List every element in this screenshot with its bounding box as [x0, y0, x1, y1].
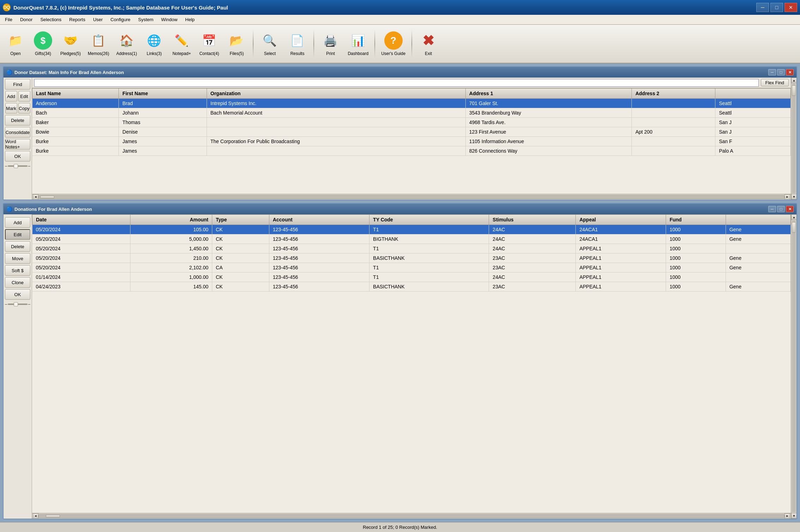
donations-scrollbar-track	[38, 514, 784, 518]
donor-table-row[interactable]: Burke James 826 Connections Way Palo A	[32, 146, 791, 156]
find-button[interactable]: Find	[5, 79, 30, 90]
donations-table-row[interactable]: 01/14/2024 1,000.00 CK 123-45-456 T1 24A…	[32, 273, 791, 282]
donations-zoom-slider[interactable]: ─ ─	[5, 302, 30, 306]
donor-table-row[interactable]: Baker Thomas 4968 Tardis Ave. San J	[32, 118, 791, 127]
scroll-left-arrow[interactable]: ◄	[33, 194, 38, 200]
delete-button[interactable]: Delete	[5, 115, 30, 126]
copy-button[interactable]: Copy	[18, 103, 30, 114]
donations-ok-button[interactable]: OK	[5, 289, 30, 300]
open-label: Open	[10, 51, 20, 56]
donations-maximize-button[interactable]: □	[777, 206, 785, 212]
ok-button[interactable]: OK	[5, 151, 30, 161]
edit-button[interactable]: Edit	[18, 91, 30, 102]
pledges-button[interactable]: 🤝 Pledges(5)	[58, 27, 83, 61]
menu-item-user[interactable]: User	[90, 16, 106, 23]
donations-minimize-button[interactable]: ─	[768, 206, 776, 212]
address-button[interactable]: 🏠 Address(1)	[114, 27, 140, 61]
toolbar-separator-4	[411, 30, 412, 58]
donor-find-bar: Flex Find	[32, 78, 791, 88]
donations-table-row[interactable]: 05/20/2024 5,000.00 CK 123-45-456 BIGTHA…	[32, 234, 791, 244]
donor-data-table[interactable]: Last Name First Name Organization Addres…	[32, 88, 791, 194]
status-text: Record 1 of 25; 0 Record(s) Marked.	[363, 525, 437, 530]
donations-table-row[interactable]: 05/20/2024 105.00 CK 123-45-456 T1 24AC …	[32, 225, 791, 234]
dashboard-button[interactable]: 📊 Dashboard	[345, 27, 371, 61]
zoom-slider[interactable]: ─ ─	[5, 164, 30, 168]
donations-scrollbar-h[interactable]: ◄ ►	[32, 513, 791, 519]
cell-organization: Intrepid Systems Inc.	[207, 99, 465, 108]
cell-address2: Apt 200	[632, 127, 715, 137]
donations-soft-button[interactable]: Soft $	[5, 265, 30, 276]
cell-amount: 1,450.00	[130, 244, 212, 253]
menu-item-selections[interactable]: Selections	[37, 16, 65, 23]
gifts-button[interactable]: $ Gifts(34)	[30, 27, 56, 61]
donations-table-row[interactable]: 05/20/2024 2,102.00 CA 123-45-456 T1 23A…	[32, 263, 791, 273]
print-label: Print	[326, 51, 335, 56]
donations-scroll-left[interactable]: ◄	[33, 513, 38, 519]
donor-table-row[interactable]: Anderson Brad Intrepid Systems Inc. 701 …	[32, 99, 791, 108]
scroll-down-arrow[interactable]: ▼	[791, 194, 796, 200]
word-notes-button[interactable]: Word Notes+	[5, 139, 30, 149]
open-button[interactable]: 📁 Open	[3, 27, 28, 61]
donations-delete-button[interactable]: Delete	[5, 241, 30, 252]
files-button[interactable]: 📂 Files(5)	[224, 27, 249, 61]
menu-item-configure[interactable]: Configure	[107, 16, 134, 23]
donations-scroll-down[interactable]: ▼	[791, 513, 796, 519]
cell-ty-code: BIGTHANK	[370, 234, 489, 244]
donor-scrollbar-h[interactable]: ◄ ►	[32, 194, 791, 200]
menu-item-file[interactable]: File	[1, 16, 16, 23]
close-button[interactable]: ✕	[784, 3, 797, 12]
cell-ty-code: T1	[370, 225, 489, 234]
mark-button[interactable]: Mark	[5, 103, 17, 114]
cell-address1: 3543 Brandenburg Way	[465, 108, 631, 118]
menu-item-reports[interactable]: Reports	[66, 16, 89, 23]
donations-add-button[interactable]: Add	[5, 217, 30, 228]
donations-clone-button[interactable]: Clone	[5, 277, 30, 288]
donations-table-row[interactable]: 05/20/2024 210.00 CK 123-45-456 BASICTHA…	[32, 253, 791, 263]
panel-minimize-button[interactable]: ─	[768, 69, 776, 75]
panel-maximize-button[interactable]: □	[777, 69, 785, 75]
minimize-button[interactable]: ─	[756, 3, 769, 12]
menu-item-help[interactable]: Help	[182, 16, 198, 23]
maximize-button[interactable]: □	[770, 3, 783, 12]
donations-scroll-right[interactable]: ►	[784, 513, 790, 519]
find-input[interactable]	[34, 79, 759, 87]
panel-close-button[interactable]: ✕	[786, 69, 794, 75]
donations-move-button[interactable]: Move	[5, 253, 30, 264]
cell-last-name: Bowie	[32, 127, 119, 137]
donations-data-table[interactable]: Date Amount Type Account TY Code Stimulu…	[32, 214, 791, 513]
scroll-up-arrow[interactable]: ▲	[791, 78, 796, 83]
donations-scrollbar-v[interactable]: ▲ ▼	[791, 214, 796, 519]
donations-table-row[interactable]: 04/24/2023 145.00 CK 123-45-456 BASICTHA…	[32, 282, 791, 292]
scroll-right-arrow[interactable]: ►	[784, 194, 790, 200]
dashboard-label: Dashboard	[348, 51, 368, 56]
donations-table-row[interactable]: 05/20/2024 1,450.00 CK 123-45-456 T1 24A…	[32, 244, 791, 253]
results-button[interactable]: 📄 Results	[285, 27, 310, 61]
donor-table-row[interactable]: Bowie Denise 123 First Avenue Apt 200 Sa…	[32, 127, 791, 137]
select-button[interactable]: 🔍 Select	[257, 27, 282, 61]
donations-scroll-up[interactable]: ▲	[791, 214, 796, 220]
guide-label: User's Guide	[381, 51, 405, 56]
donations-edit-button[interactable]: Edit	[5, 229, 30, 240]
notepad-button[interactable]: ✏️ Notepad+	[169, 27, 194, 61]
flex-find-button[interactable]: Flex Find	[761, 79, 789, 86]
memos-button[interactable]: 📋 Memos(26)	[85, 27, 112, 61]
add-button[interactable]: Add	[5, 91, 17, 102]
cell-ty-code: T1	[370, 244, 489, 253]
donor-scrollbar-track	[38, 195, 784, 199]
donor-scrollbar-v[interactable]: ▲ ▼	[791, 78, 796, 200]
consolidate-button[interactable]: Consolidate	[5, 127, 30, 137]
contact-button[interactable]: 📅 Contact(4)	[196, 27, 222, 61]
donations-close-button[interactable]: ✕	[786, 206, 794, 212]
menu-item-system[interactable]: System	[135, 16, 157, 23]
toolbar-separator-3	[374, 30, 375, 58]
links-button[interactable]: 🌐 Links(3)	[141, 27, 167, 61]
cell-address2	[632, 118, 715, 127]
menu-item-window[interactable]: Window	[158, 16, 181, 23]
donor-table-row[interactable]: Burke James The Corporation For Public B…	[32, 137, 791, 146]
menu-item-donor[interactable]: Donor	[17, 16, 36, 23]
guide-button[interactable]: ? User's Guide	[379, 27, 408, 61]
donor-table-row[interactable]: Bach Johann Bach Memorial Account 3543 B…	[32, 108, 791, 118]
print-button[interactable]: 🖨️ Print	[318, 27, 343, 61]
cell-address1: 1105 Information Avenue	[465, 137, 631, 146]
exit-button[interactable]: ✖ Exit	[416, 27, 441, 61]
